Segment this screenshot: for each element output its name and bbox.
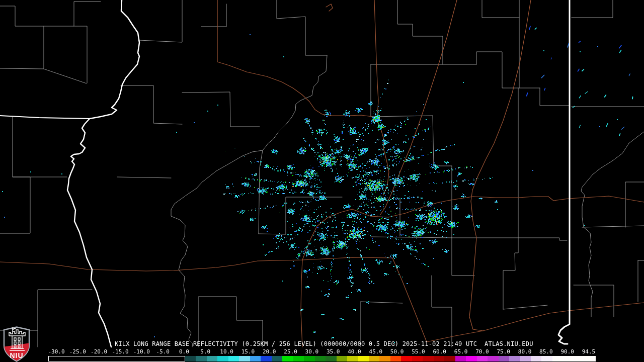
colorbar-segment	[326, 356, 336, 361]
colorbar-label: 30.0	[305, 349, 319, 355]
colorbar-label: 75.0	[497, 349, 510, 355]
colorbar-segment	[552, 356, 563, 361]
colorbar-label: 65.0	[454, 349, 468, 355]
colorbar-segment	[401, 356, 412, 361]
colorbar-segment	[304, 356, 314, 361]
colorbar-empty-range	[48, 356, 185, 361]
colorbar-label: 60.0	[433, 349, 447, 355]
colorbar-label: 10.0	[220, 349, 233, 355]
colorbar-segment	[531, 356, 541, 361]
colorbar-label: 70.0	[475, 349, 489, 355]
colorbar-segment	[477, 356, 488, 361]
colorbar-label: 5.0	[200, 349, 210, 355]
colorbar-segment	[272, 356, 282, 361]
colorbar-label: 20.0	[263, 349, 276, 355]
colorbar-label: 35.0	[327, 349, 340, 355]
colorbar-segment	[563, 356, 574, 361]
colorbar-segment	[337, 356, 347, 361]
colorbar-label: 15.0	[242, 349, 255, 355]
colorbar-segment	[185, 356, 196, 361]
colorbar-segment	[250, 356, 261, 361]
colorbar-label: -30.0	[48, 349, 64, 355]
colorbar-segment	[347, 356, 358, 361]
colorbar-segment	[509, 356, 520, 361]
colorbar-label: -15.0	[112, 349, 128, 355]
colorbar-label: 80.0	[518, 349, 532, 355]
colorbar-gradient	[185, 356, 596, 361]
colorbar-segment	[466, 356, 476, 361]
colorbar-label: 50.0	[390, 349, 404, 355]
colorbar-segment	[412, 356, 423, 361]
colorbar-segment	[585, 356, 595, 361]
colorbar-segment	[207, 356, 217, 361]
colorbar-segment	[455, 356, 466, 361]
colorbar-segment	[434, 356, 444, 361]
niu-logo-text: NIU	[10, 351, 23, 359]
colorbar-label: 25.0	[284, 349, 297, 355]
colorbar-segment	[488, 356, 498, 361]
colorbar-segment	[217, 356, 228, 361]
colorbar-segment	[520, 356, 531, 361]
colorbar-segment	[239, 356, 250, 361]
product-title: KILX LONG RANGE BASE REFLECTIVITY (0.25K…	[115, 341, 533, 347]
reflectivity-colorbar	[48, 356, 596, 361]
colorbar-segment	[379, 356, 390, 361]
colorbar-label: 0.0	[179, 349, 189, 355]
colorbar-label: 90.0	[560, 349, 574, 355]
colorbar-label: 40.0	[348, 349, 361, 355]
colorbar-segment	[282, 356, 293, 361]
colorbar-label: -20.0	[91, 349, 107, 355]
colorbar-label: -10.0	[133, 349, 150, 355]
radar-map-canvas	[0, 0, 644, 362]
colorbar-segment	[499, 356, 509, 361]
niu-logo: NIU	[2, 326, 31, 362]
colorbar-segment	[293, 356, 304, 361]
colorbar-segment	[423, 356, 433, 361]
colorbar-segment	[228, 356, 239, 361]
colorbar-segment	[444, 356, 455, 361]
colorbar-segment	[261, 356, 271, 361]
radar-display: NIU KILX LONG RANGE BASE REFLECTIVITY (0…	[0, 0, 644, 362]
colorbar-segment	[315, 356, 326, 361]
colorbar-label: -25.0	[69, 349, 86, 355]
colorbar-label: 94.5	[582, 349, 596, 355]
colorbar-label: 85.0	[539, 349, 553, 355]
colorbar-segment	[390, 356, 401, 361]
colorbar-segment	[358, 356, 369, 361]
colorbar-segment	[196, 356, 206, 361]
colorbar-segment	[541, 356, 552, 361]
colorbar-label: 55.0	[412, 349, 425, 355]
colorbar-label: 45.0	[369, 349, 383, 355]
colorbar-segment	[369, 356, 379, 361]
colorbar-segment	[574, 356, 585, 361]
colorbar-label: -5.0	[156, 349, 170, 355]
